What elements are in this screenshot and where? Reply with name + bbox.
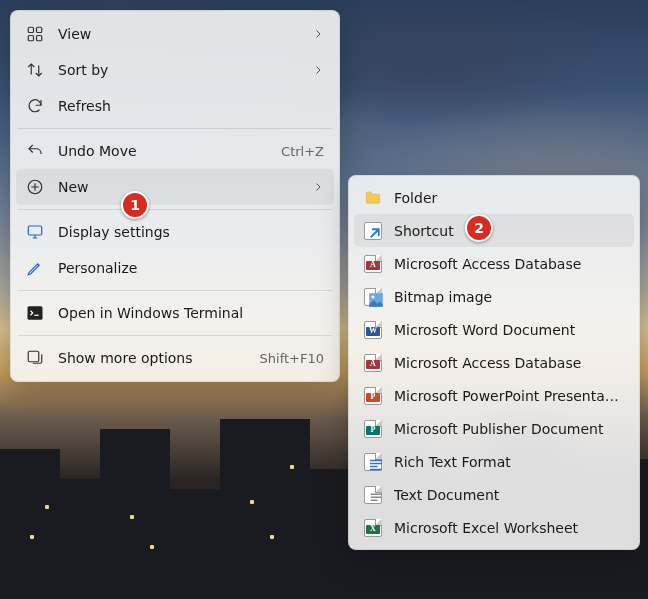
menu-item-open-terminal[interactable]: Open in Windows Terminal bbox=[16, 295, 334, 331]
menu-item-publisher[interactable]: P Microsoft Publisher Document bbox=[354, 412, 634, 445]
publisher-icon: P bbox=[364, 420, 382, 438]
svg-point-9 bbox=[372, 295, 375, 298]
desktop-context-menu: View Sort by Refresh bbox=[10, 10, 340, 382]
menu-label: Personalize bbox=[58, 260, 324, 276]
svg-rect-2 bbox=[28, 36, 33, 41]
access-icon: A bbox=[364, 354, 382, 372]
menu-label: Sort by bbox=[58, 62, 302, 78]
menu-label: Microsoft Access Database bbox=[394, 355, 624, 371]
menu-label: Show more options bbox=[58, 350, 250, 366]
menu-label: Undo Move bbox=[58, 143, 271, 159]
excel-icon: X bbox=[364, 519, 382, 537]
svg-rect-0 bbox=[28, 27, 33, 32]
menu-label: Microsoft Excel Worksheet bbox=[394, 520, 624, 536]
personalize-icon bbox=[26, 259, 44, 277]
menu-label: Refresh bbox=[58, 98, 324, 114]
refresh-icon bbox=[26, 97, 44, 115]
submenu-arrow-icon bbox=[302, 28, 324, 40]
menu-item-display-settings[interactable]: Display settings bbox=[16, 214, 334, 250]
menu-label: Shortcut bbox=[394, 223, 624, 239]
menu-label: Microsoft Publisher Document bbox=[394, 421, 624, 437]
svg-rect-1 bbox=[37, 27, 42, 32]
text-icon bbox=[364, 486, 382, 504]
menu-item-sort-by[interactable]: Sort by bbox=[16, 52, 334, 88]
svg-rect-3 bbox=[37, 36, 42, 41]
menu-separator bbox=[18, 209, 332, 210]
annotation-badge-2: 2 bbox=[465, 214, 493, 242]
menu-label: Microsoft Word Document bbox=[394, 322, 624, 338]
menu-label: Microsoft PowerPoint Presentation bbox=[394, 388, 624, 404]
menu-item-personalize[interactable]: Personalize bbox=[16, 250, 334, 286]
menu-item-new[interactable]: New bbox=[16, 169, 334, 205]
menu-label: Open in Windows Terminal bbox=[58, 305, 324, 321]
menu-shortcut: Shift+F10 bbox=[250, 351, 324, 366]
svg-rect-6 bbox=[28, 306, 43, 320]
menu-item-show-more-options[interactable]: Show more options Shift+F10 bbox=[16, 340, 334, 376]
rtf-icon bbox=[364, 453, 382, 471]
menu-separator bbox=[18, 335, 332, 336]
svg-rect-7 bbox=[28, 351, 39, 362]
menu-label: Display settings bbox=[58, 224, 324, 240]
menu-item-shortcut[interactable]: Shortcut bbox=[354, 214, 634, 247]
menu-label: Microsoft Access Database bbox=[394, 256, 624, 272]
sort-icon bbox=[26, 61, 44, 79]
access-icon: A bbox=[364, 255, 382, 273]
menu-item-bitmap[interactable]: Bitmap image bbox=[354, 280, 634, 313]
bitmap-icon bbox=[364, 288, 382, 306]
menu-item-refresh[interactable]: Refresh bbox=[16, 88, 334, 124]
menu-item-access-database[interactable]: A Microsoft Access Database bbox=[354, 247, 634, 280]
menu-item-text-document[interactable]: Text Document bbox=[354, 478, 634, 511]
menu-item-access-database-2[interactable]: A Microsoft Access Database bbox=[354, 346, 634, 379]
svg-rect-5 bbox=[28, 226, 42, 235]
word-icon: W bbox=[364, 321, 382, 339]
shortcut-icon bbox=[364, 222, 382, 240]
menu-item-view[interactable]: View bbox=[16, 16, 334, 52]
display-settings-icon bbox=[26, 223, 44, 241]
menu-label: Text Document bbox=[394, 487, 624, 503]
menu-label: Folder bbox=[394, 190, 624, 206]
menu-label: Bitmap image bbox=[394, 289, 624, 305]
powerpoint-icon: P bbox=[364, 387, 382, 405]
menu-label: View bbox=[58, 26, 302, 42]
more-options-icon bbox=[26, 349, 44, 367]
terminal-icon bbox=[26, 304, 44, 322]
view-icon bbox=[26, 25, 44, 43]
menu-label: New bbox=[58, 179, 302, 195]
menu-item-powerpoint[interactable]: P Microsoft PowerPoint Presentation bbox=[354, 379, 634, 412]
menu-shortcut: Ctrl+Z bbox=[271, 144, 324, 159]
menu-item-undo-move[interactable]: Undo Move Ctrl+Z bbox=[16, 133, 334, 169]
menu-item-word-document[interactable]: W Microsoft Word Document bbox=[354, 313, 634, 346]
submenu-arrow-icon bbox=[302, 64, 324, 76]
menu-item-excel[interactable]: X Microsoft Excel Worksheet bbox=[354, 511, 634, 544]
menu-label: Rich Text Format bbox=[394, 454, 624, 470]
menu-separator bbox=[18, 290, 332, 291]
menu-item-folder[interactable]: Folder bbox=[354, 181, 634, 214]
new-submenu: Folder Shortcut A Microsoft Access Datab… bbox=[348, 175, 640, 550]
menu-item-rtf[interactable]: Rich Text Format bbox=[354, 445, 634, 478]
new-icon bbox=[26, 178, 44, 196]
menu-separator bbox=[18, 128, 332, 129]
submenu-arrow-icon bbox=[302, 181, 324, 193]
annotation-badge-1: 1 bbox=[121, 191, 149, 219]
folder-icon bbox=[364, 189, 382, 207]
undo-icon bbox=[26, 142, 44, 160]
